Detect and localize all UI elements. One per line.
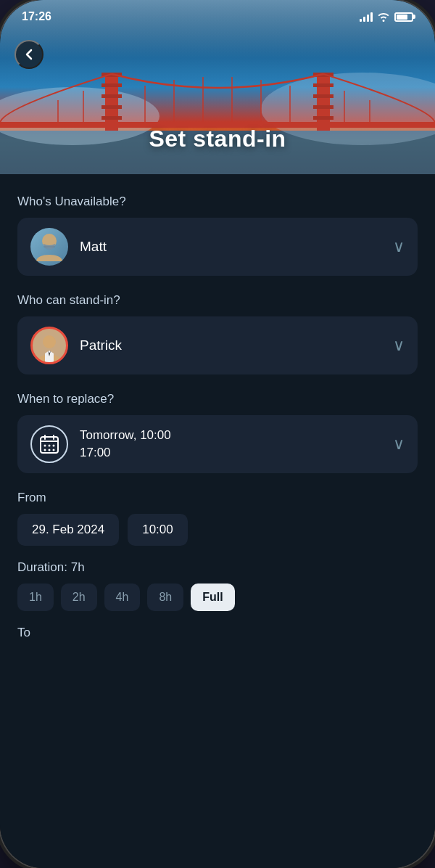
svg-point-35 (53, 445, 55, 447)
duration-1h[interactable]: 1h (17, 584, 54, 611)
svg-point-38 (53, 449, 55, 451)
phone-frame: 17:26 (0, 0, 435, 868)
patrick-name: Patrick (80, 337, 393, 353)
svg-rect-15 (313, 116, 334, 120)
unavailable-selector[interactable]: Matt ∨ (17, 218, 418, 276)
from-pills: 29. Feb 2024 10:00 (17, 514, 418, 546)
duration-2h[interactable]: 2h (61, 584, 97, 611)
when-date: Tomorrow, 10:00 (80, 427, 393, 444)
from-section: From 29. Feb 2024 10:00 (17, 491, 418, 546)
svg-point-33 (44, 445, 46, 447)
hero-image: Set stand-in (0, 0, 435, 174)
svg-rect-9 (102, 116, 122, 120)
matt-avatar (30, 228, 68, 266)
standin-chevron: ∨ (393, 337, 405, 353)
duration-full[interactable]: Full (191, 584, 234, 611)
battery-icon (394, 12, 413, 22)
svg-point-28 (43, 335, 56, 348)
when-chevron: ∨ (393, 436, 405, 452)
matt-avatar-image (30, 228, 68, 266)
svg-rect-14 (313, 105, 334, 109)
svg-rect-7 (102, 94, 122, 98)
duration-8h[interactable]: 8h (147, 584, 183, 611)
to-label: To (17, 626, 418, 640)
standin-selector[interactable]: Patrick ∨ (17, 316, 418, 374)
status-icons (360, 12, 413, 22)
duration-4h[interactable]: 4h (104, 584, 141, 611)
from-date-pill[interactable]: 29. Feb 2024 (17, 514, 119, 546)
signal-icon (360, 12, 373, 22)
duration-section: Duration: 7h 1h 2h 4h 8h Full (17, 560, 418, 611)
svg-point-37 (49, 449, 51, 451)
svg-rect-6 (102, 83, 122, 87)
status-time: 17:26 (22, 10, 51, 23)
main-content: Who's Unavailable? Matt (0, 174, 435, 868)
from-time-pill[interactable]: 10:00 (128, 514, 188, 546)
duration-pills: 1h 2h 4h 8h Full (17, 584, 418, 611)
svg-rect-12 (313, 83, 334, 87)
when-time: 17:00 (80, 444, 393, 462)
unavailable-label: Who's Unavailable? (17, 195, 418, 209)
duration-label: Duration: 7h (17, 560, 418, 575)
screen: 17:26 (0, 0, 435, 868)
matt-name: Matt (80, 239, 393, 255)
when-date-info: Tomorrow, 10:00 17:00 (80, 427, 393, 462)
unavailable-chevron: ∨ (393, 239, 405, 255)
svg-rect-10 (317, 73, 330, 131)
wifi-icon (377, 12, 390, 22)
status-bar: 17:26 (0, 0, 435, 23)
when-selector[interactable]: Tomorrow, 10:00 17:00 ∨ (17, 415, 418, 473)
when-label: When to replace? (17, 392, 418, 406)
svg-rect-4 (105, 73, 118, 131)
svg-point-36 (44, 449, 46, 451)
svg-rect-8 (102, 105, 122, 109)
patrick-avatar (30, 327, 68, 364)
bridge-svg (0, 58, 435, 174)
svg-rect-13 (313, 94, 334, 98)
svg-point-34 (49, 445, 51, 447)
calendar-icon (30, 425, 68, 463)
from-label: From (17, 491, 418, 505)
hero-title: Set stand-in (0, 126, 435, 152)
back-button[interactable] (14, 40, 44, 69)
standin-label: Who can stand-in? (17, 293, 418, 308)
